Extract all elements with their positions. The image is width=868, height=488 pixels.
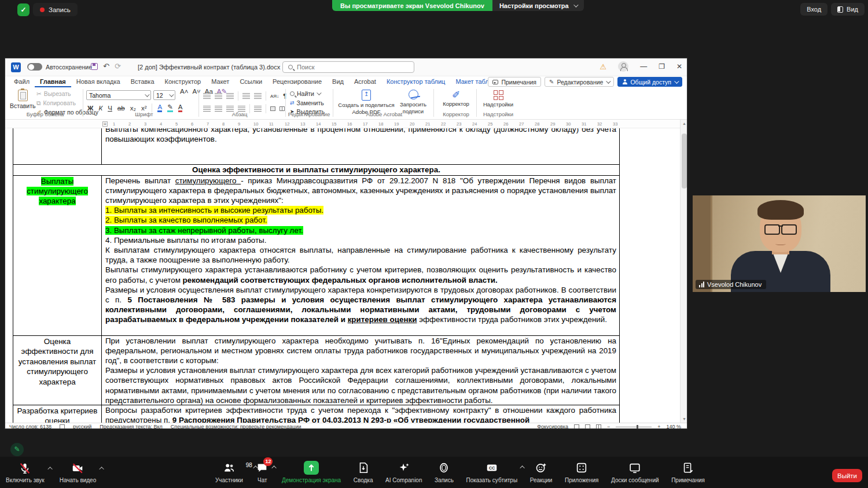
- focus-mode-button[interactable]: Фокусировка: [537, 424, 568, 429]
- tab-Ссылки[interactable]: Ссылки: [234, 76, 267, 87]
- find-button[interactable]: Найти: [290, 90, 325, 97]
- tab-Вставка[interactable]: Вставка: [126, 76, 160, 87]
- video-options-chevron[interactable]: [100, 467, 104, 471]
- toolbar-button-label: Чат: [258, 477, 267, 483]
- language-status[interactable]: русский: [73, 424, 91, 429]
- numbering-button[interactable]: [215, 93, 222, 99]
- multilevel-list-button[interactable]: [226, 93, 234, 99]
- scroll-down-icon[interactable]: ▼: [681, 417, 687, 421]
- start-video-button[interactable]: Начать видео: [60, 462, 97, 483]
- toolbar-button-label: Участники: [215, 477, 243, 483]
- accessibility-status[interactable]: Специальные возможности: проверьте реком…: [171, 424, 301, 429]
- read-mode-icon[interactable]: [574, 424, 579, 429]
- share-button[interactable]: Общий доступ: [617, 77, 682, 87]
- ruler-number: 19: [394, 121, 399, 127]
- toolbar-ai-companion-button[interactable]: AI Companion: [385, 461, 422, 483]
- zoom-out-button[interactable]: −: [607, 424, 610, 429]
- toolbar-share-screen-button[interactable]: Демонстрация экрана: [282, 461, 341, 483]
- tab-Acrobat[interactable]: Acrobat: [349, 76, 381, 87]
- scrollbar-thumb[interactable]: [682, 134, 687, 188]
- table-handle-icon[interactable]: ⊞: [102, 121, 108, 127]
- restore-button[interactable]: ❐: [659, 62, 665, 71]
- account-avatar[interactable]: [618, 61, 628, 72]
- tab-Главная[interactable]: Главная: [35, 76, 71, 87]
- toggle-off-icon[interactable]: [27, 63, 42, 71]
- tab-Макет[interactable]: Макет: [206, 76, 234, 87]
- decrease-indent-button[interactable]: [242, 93, 250, 99]
- print-layout-icon[interactable]: [585, 424, 590, 429]
- shrink-font-button[interactable]: А˅: [192, 88, 200, 95]
- comments-button[interactable]: Примечания: [488, 77, 541, 87]
- chevron-up-icon[interactable]: [520, 465, 524, 470]
- toolbar-reactions-button[interactable]: Реакции: [530, 461, 553, 483]
- undo-button[interactable]: ↶: [103, 62, 109, 71]
- recording-indicator[interactable]: Запись: [33, 3, 78, 16]
- tab-Вид[interactable]: Вид: [327, 76, 349, 87]
- zoom-slider[interactable]: [616, 427, 652, 427]
- toolbar-button-label: Сводка: [354, 477, 373, 483]
- minimize-button[interactable]: —: [640, 62, 647, 71]
- tab-Файл[interactable]: Файл: [9, 76, 35, 87]
- ruler-number: 6: [191, 121, 193, 127]
- webcam-tile[interactable]: Vsevolod Chikunov: [693, 195, 866, 292]
- save-button[interactable]: [91, 63, 98, 70]
- proofing-icon[interactable]: [60, 424, 65, 429]
- sign-in-button[interactable]: Вход: [800, 3, 827, 16]
- grow-font-button[interactable]: А˄: [180, 88, 188, 95]
- sort-button[interactable]: АЯ↓: [270, 94, 279, 99]
- redo-button[interactable]: ⟳: [115, 62, 121, 71]
- borders-button[interactable]: [279, 106, 285, 111]
- toolbar-notes-button[interactable]: Примечания: [671, 461, 705, 483]
- vertical-scrollbar[interactable]: ▲ ▼: [680, 120, 687, 423]
- increase-indent-button[interactable]: [254, 93, 262, 99]
- italic-button[interactable]: К: [98, 105, 102, 112]
- tab-Конструктор таблиц[interactable]: Конструктор таблиц: [381, 76, 450, 87]
- word-count[interactable]: Число слов: 6138: [9, 424, 52, 429]
- annotation-pencil-button[interactable]: ✎: [10, 443, 24, 456]
- search-box[interactable]: Поиск: [282, 61, 414, 73]
- tab-Рецензирование[interactable]: Рецензирование: [267, 76, 327, 87]
- view-settings-button[interactable]: Настройки просмотра: [492, 0, 584, 11]
- chevron-up-icon[interactable]: [272, 465, 277, 470]
- toolbar-record-button[interactable]: Запись: [435, 461, 454, 483]
- autosave-toggle[interactable]: Автосохранение: [27, 63, 92, 71]
- warning-icon[interactable]: ⚠: [600, 62, 607, 71]
- security-shield-icon[interactable]: ✓: [17, 3, 30, 16]
- view-button[interactable]: Вид: [831, 3, 865, 16]
- toolbar-chat-button[interactable]: 12Чат: [255, 461, 269, 483]
- unmute-button[interactable]: Включить звук: [6, 462, 45, 483]
- audio-options-chevron[interactable]: [47, 467, 52, 471]
- font-name-combo[interactable]: Tahoma: [86, 90, 151, 100]
- leave-meeting-button[interactable]: Выйти: [832, 469, 862, 482]
- zoom-level[interactable]: 140 %: [666, 424, 681, 429]
- toolbar-summary-button[interactable]: Сводка: [354, 461, 373, 483]
- zoom-in-button[interactable]: +: [657, 424, 660, 429]
- table-row: Разработка критериев оценки Вопросы разр…: [13, 405, 620, 423]
- toolbar-participants-button[interactable]: 98Участники: [215, 461, 243, 483]
- text-predictions-status[interactable]: Предсказания текста: Вкл: [100, 424, 162, 429]
- close-button[interactable]: ✕: [676, 62, 682, 71]
- ruler-number: 32: [597, 121, 602, 127]
- document-title[interactable]: [2 доп] Эффективный контракт (таблица 3)…: [138, 64, 288, 71]
- paste-button[interactable]: Вставить: [10, 90, 35, 110]
- scroll-up-icon[interactable]: ▲: [681, 121, 687, 125]
- tab-Конструктор[interactable]: Конструктор: [160, 76, 207, 87]
- toolbar-whiteboards-button[interactable]: Доски сообщений: [611, 461, 659, 483]
- horizontal-ruler[interactable]: ⊞ 12345678910111213141516171819202122232…: [5, 120, 680, 128]
- addins-button[interactable]: Надстройки: [480, 90, 517, 108]
- replace-button[interactable]: ⇄Заменить: [290, 99, 325, 106]
- toolbar-button-label: AI Companion: [385, 477, 422, 483]
- document-canvas[interactable]: Выплаты компенсационного характера, уста…: [5, 128, 680, 423]
- toolbar-apps-button[interactable]: Приложения: [565, 461, 599, 483]
- editor-button[interactable]: ✐ Корректор: [438, 90, 474, 107]
- toolbar-captions-button[interactable]: CCПоказать субтитры: [466, 461, 517, 483]
- font-size-combo[interactable]: 12: [153, 90, 175, 100]
- bullets-button[interactable]: [203, 93, 211, 99]
- bold-button[interactable]: Ж: [87, 105, 93, 112]
- row-label-criteria-development: Разработка критериев оценки: [13, 405, 102, 423]
- share-icon: [304, 461, 319, 475]
- shading-button[interactable]: [270, 106, 275, 111]
- web-layout-icon[interactable]: [596, 424, 601, 429]
- editing-mode-button[interactable]: ✎ Редактирование: [545, 77, 614, 87]
- tab-Новая вкладка[interactable]: Новая вкладка: [71, 76, 126, 87]
